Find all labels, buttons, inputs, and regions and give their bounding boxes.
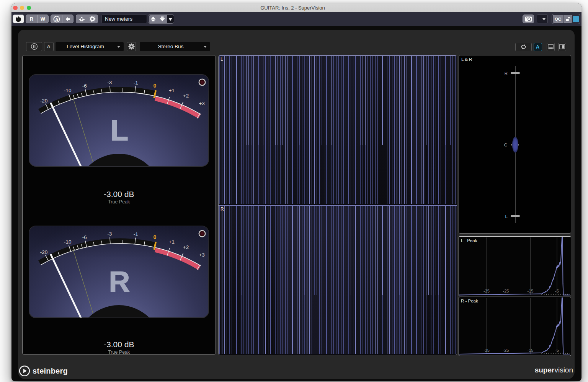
- svg-text:L: L: [110, 114, 128, 146]
- svg-text:-1: -1: [133, 80, 138, 86]
- svg-text:a: a: [55, 16, 58, 22]
- svg-text:0: 0: [153, 234, 156, 240]
- svg-text:-5: -5: [555, 348, 559, 353]
- svg-text:+2: +2: [183, 244, 188, 250]
- svg-text:+2: +2: [183, 93, 188, 99]
- svg-text:-20: -20: [40, 98, 47, 104]
- svg-text:-5: -5: [555, 289, 559, 293]
- svg-text:L: L: [505, 214, 508, 218]
- svg-text:-15: -15: [527, 289, 533, 293]
- svg-text:-15: -15: [527, 348, 533, 353]
- svg-text:-1: -1: [133, 231, 138, 237]
- svg-text:-6: -6: [82, 83, 87, 89]
- svg-text:+1: +1: [168, 88, 174, 93]
- svg-text:R: R: [109, 265, 130, 298]
- svg-text:+3: +3: [199, 101, 204, 106]
- svg-text:R: R: [504, 71, 507, 75]
- svg-text:-10: -10: [64, 88, 72, 93]
- svg-text:-3: -3: [107, 231, 112, 237]
- svg-text:-10: -10: [64, 239, 72, 245]
- svg-text:0: 0: [153, 83, 156, 89]
- svg-text:-20: -20: [40, 249, 47, 255]
- svg-text:+1: +1: [168, 239, 174, 244]
- svg-text:-35: -35: [483, 289, 490, 293]
- svg-text:-35: -35: [483, 348, 490, 353]
- svg-text:C: C: [504, 143, 507, 147]
- svg-text:R - Peak: R - Peak: [461, 299, 478, 303]
- svg-text:-3: -3: [107, 80, 112, 85]
- svg-text:-25: -25: [503, 348, 509, 353]
- svg-text:+3: +3: [199, 252, 204, 258]
- svg-text:-25: -25: [503, 289, 509, 293]
- svg-text:-6: -6: [82, 234, 87, 240]
- svg-text:L & R: L & R: [461, 57, 472, 62]
- svg-text:L - Peak: L - Peak: [461, 238, 477, 243]
